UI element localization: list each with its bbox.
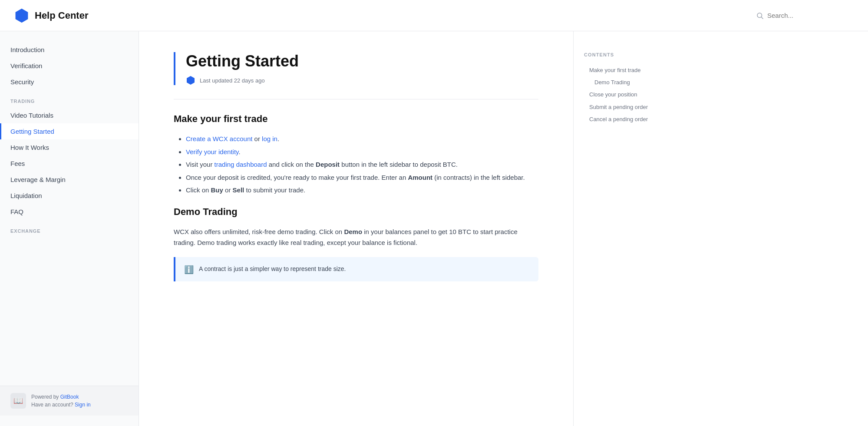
toc-demo-trading[interactable]: Demo Trading	[584, 76, 676, 89]
callout-text: A contract is just a simpler way to repr…	[199, 264, 346, 274]
demo-bold: Demo	[344, 228, 362, 235]
gitbook-icon: 📖	[10, 393, 26, 409]
account-prompt-text: Have an account? Sign in	[31, 401, 91, 409]
section-demo-trading: Demo Trading WCX also offers unlimited, …	[174, 206, 538, 281]
sidebar-item-faq[interactable]: FAQ	[0, 204, 139, 220]
sidebar-item-liquidation[interactable]: Liquidation	[0, 188, 139, 204]
sidebar-trading-label: TRADING	[0, 90, 139, 107]
toc-panel: CONTENTS Make your first trade Demo Trad…	[573, 31, 686, 426]
verify-identity-link[interactable]: Verify your identity	[186, 148, 238, 155]
first-trade-list: Create a WCX account or log in. Verify y…	[174, 133, 538, 196]
sidebar-item-verification[interactable]: Verification	[0, 58, 139, 74]
sidebar-trading-section: TRADING Video Tutorials Getting Started …	[0, 90, 139, 220]
search-area[interactable]	[756, 12, 854, 20]
sidebar-footer: 📖 Powered by GitBook Have an account? Si…	[0, 386, 139, 416]
sell-bold: Sell	[233, 186, 244, 194]
page-title: Getting Started	[186, 52, 538, 70]
last-updated-text: Last updated 22 days ago	[200, 77, 265, 84]
sidebar-item-video-tutorials[interactable]: Video Tutorials	[0, 107, 139, 123]
sidebar-item-how-it-works[interactable]: How It Works	[0, 139, 139, 155]
logo-icon	[14, 8, 30, 23]
sign-in-link[interactable]: Sign in	[75, 402, 91, 408]
sidebar-item-leverage-margin[interactable]: Leverage & Margin	[0, 172, 139, 188]
search-input[interactable]	[767, 12, 854, 19]
svg-marker-0	[16, 8, 28, 22]
logo-area[interactable]: Help Center	[14, 8, 88, 23]
create-wcx-link[interactable]: Create a WCX account	[186, 135, 252, 142]
gitbook-link[interactable]: GitBook	[60, 394, 79, 400]
sidebar-exchange-section: EXCHANGE	[0, 220, 139, 237]
sidebar-item-getting-started[interactable]: Getting Started	[0, 123, 139, 139]
list-item: Click on Buy or Sell to submit your trad…	[186, 185, 538, 196]
buy-bold: Buy	[211, 186, 223, 194]
callout-box: ℹ️ A contract is just a simpler way to r…	[174, 257, 538, 281]
list-item: Visit your trading dashboard and click o…	[186, 159, 538, 170]
svg-line-2	[761, 17, 763, 19]
svg-point-1	[757, 13, 762, 18]
app-title: Help Center	[35, 10, 88, 21]
amount-bold: Amount	[408, 174, 432, 181]
list-item: Once your deposit is credited, you're re…	[186, 172, 538, 183]
list-item: Verify your identity.	[186, 146, 538, 158]
sidebar: Introduction Verification Security TRADI…	[0, 31, 139, 426]
page-header: Getting Started Last updated 22 days ago	[174, 52, 538, 85]
section-title-demo-trading: Demo Trading	[174, 206, 538, 218]
sidebar-item-security[interactable]: Security	[0, 74, 139, 90]
search-icon	[756, 12, 764, 20]
deposit-bold: Deposit	[316, 161, 340, 168]
content-divider	[174, 99, 538, 99]
section-make-first-trade: Make your first trade Create a WCX accou…	[174, 113, 538, 196]
info-icon: ℹ️	[184, 265, 194, 274]
toc-label: CONTENTS	[584, 52, 676, 57]
list-item: Create a WCX account or log in.	[186, 133, 538, 145]
section-title-make-first-trade: Make your first trade	[174, 113, 538, 125]
sidebar-top-group: Introduction Verification Security	[0, 42, 139, 90]
page-meta: Last updated 22 days ago	[186, 76, 538, 85]
log-in-link[interactable]: log in	[262, 135, 277, 142]
demo-trading-paragraph: WCX also offers unlimited, risk-free dem…	[174, 226, 538, 248]
main-content: Getting Started Last updated 22 days ago…	[139, 31, 573, 426]
sidebar-item-fees[interactable]: Fees	[0, 155, 139, 172]
toc-cancel-pending-order[interactable]: Cancel a pending order	[584, 113, 676, 125]
powered-by-text: Powered by GitBook	[31, 393, 91, 401]
toc-make-first-trade[interactable]: Make your first trade	[584, 64, 676, 76]
toc-close-position[interactable]: Close your position	[584, 89, 676, 101]
trading-dashboard-link[interactable]: trading dashboard	[215, 161, 267, 168]
toc-submit-pending-order[interactable]: Submit a pending order	[584, 101, 676, 113]
sidebar-nav: Introduction Verification Security TRADI…	[0, 42, 139, 386]
sidebar-footer-text: Powered by GitBook Have an account? Sign…	[31, 393, 91, 409]
sidebar-exchange-label: EXCHANGE	[0, 220, 139, 237]
layout: Introduction Verification Security TRADI…	[0, 31, 868, 426]
svg-marker-3	[187, 76, 195, 85]
author-avatar	[186, 76, 195, 85]
sidebar-item-introduction[interactable]: Introduction	[0, 42, 139, 58]
header: Help Center	[0, 0, 868, 31]
